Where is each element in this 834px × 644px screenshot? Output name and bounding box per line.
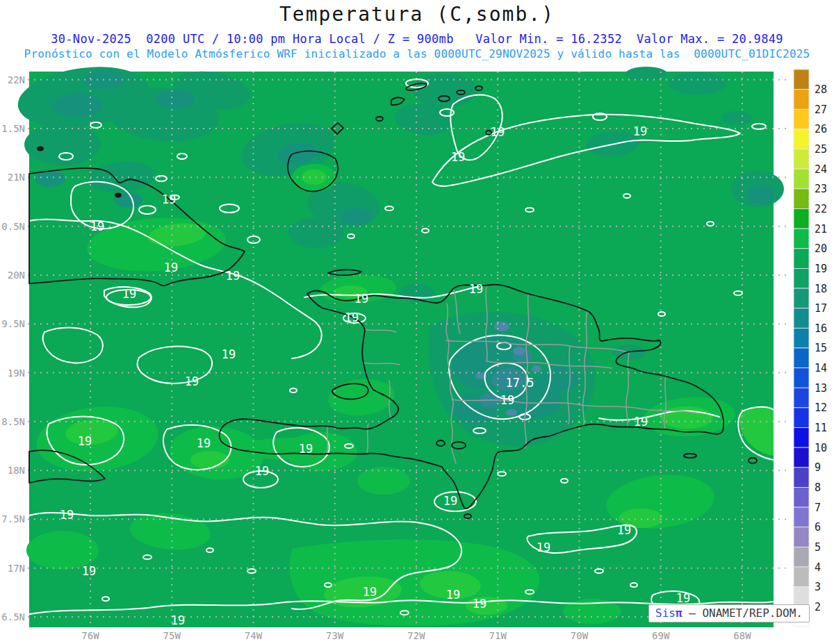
colorbar-cell — [794, 109, 809, 129]
isotherm-value-label: 19 — [171, 613, 185, 627]
y-axis-tick-label: 9.5N — [1, 318, 25, 329]
colorbar-tick-label: 19 — [815, 263, 827, 275]
colorbar: 2827262524232221201918171615141312111098… — [794, 69, 827, 627]
colorbar-tick-label: 25 — [815, 143, 827, 156]
colorbar-cell — [794, 169, 809, 189]
colorbar-cell — [794, 547, 809, 567]
colorbar-cell — [794, 487, 809, 507]
isotherm-value-label: 19 — [185, 374, 199, 388]
sispi-logo-sis: Sis — [655, 606, 676, 620]
isotherm-value-label: 19 — [634, 415, 648, 429]
x-axis-tick-label: 73W — [326, 630, 344, 641]
colorbar-tick-label: 3 — [815, 581, 821, 593]
isotherm-value-label: 19 — [90, 220, 104, 233]
colorbar-tick-label: 5 — [815, 541, 821, 554]
colorbar-cell — [794, 348, 809, 368]
colorbar-tick-label: 27 — [815, 104, 827, 116]
colorbar-tick-label: 24 — [815, 163, 827, 176]
branding-badge: Sisπ – ONAMET/REP.DOM. — [648, 604, 810, 622]
colorbar-cell — [794, 587, 809, 607]
isotherm-value-label: 17.5 — [506, 376, 534, 390]
colorbar-cell — [794, 229, 809, 249]
colorbar-tick-label: 21 — [815, 223, 827, 236]
y-axis-tick-label: 22N — [8, 74, 25, 85]
colorbar-cell — [794, 129, 809, 149]
colorbar-tick-label: 22 — [815, 203, 827, 215]
colorbar-cell — [794, 208, 809, 229]
y-axis-tick-label: 19N — [8, 368, 25, 379]
isotherm-value-label: 19 — [617, 523, 631, 537]
x-axis-tick-label: 76W — [81, 630, 99, 641]
isotherm-value-label: 19 — [473, 597, 486, 611]
colorbar-tick-label: 16 — [815, 322, 827, 335]
isotherm-value-label: 19 — [443, 494, 457, 508]
isotherm-value-label: 19 — [354, 292, 368, 306]
colorbar-cell — [794, 447, 809, 468]
colorbar-tick-label: 23 — [815, 183, 827, 195]
forecast-map: 19191919191919191919191919191919191917.5… — [0, 0, 834, 644]
x-axis-tick-label: 72W — [407, 630, 425, 641]
x-axis-tick-label: 69W — [652, 630, 670, 641]
colorbar-tick-label: 15 — [815, 342, 827, 354]
colorbar-cell — [794, 268, 809, 288]
colorbar-tick-label: 11 — [815, 422, 827, 434]
colorbar-tick-label: 17 — [815, 302, 827, 315]
colorbar-cell — [794, 69, 809, 90]
colorbar-tick-label: 28 — [815, 83, 827, 96]
colorbar-tick-label: 9 — [815, 461, 821, 474]
x-axis-tick-label: 74W — [245, 630, 263, 641]
isotherm-value-label: 19 — [469, 282, 483, 296]
isotherm-value-label: 19 — [633, 124, 647, 138]
isotherm-value-label: 19 — [78, 434, 92, 448]
colorbar-cell — [794, 507, 809, 527]
y-axis-tick-label: 7.5N — [1, 513, 25, 525]
x-axis-tick-label: 75W — [163, 630, 181, 641]
isotherm-value-label: 19 — [122, 287, 136, 301]
colorbar-cell — [794, 527, 809, 547]
colorbar-cell — [794, 468, 809, 488]
x-axis-tick-label: 68W — [733, 630, 751, 641]
colorbar-tick-label: 4 — [815, 561, 821, 574]
isotherm-value-label: 19 — [164, 261, 178, 274]
colorbar-tick-label: 14 — [815, 362, 827, 374]
colorbar-tick-label: 10 — [815, 442, 827, 454]
colorbar-cell — [794, 328, 809, 348]
branding-org-label: – ONAMET/REP.DOM. — [682, 606, 803, 620]
colorbar-cell — [794, 308, 809, 329]
isotherm-value-label: 19 — [345, 311, 359, 324]
colorbar-cell — [794, 428, 809, 448]
isotherm-value-label: 19 — [491, 125, 505, 139]
y-axis-tick-label: 18N — [8, 465, 25, 476]
isotherm-value-label: 19 — [255, 464, 269, 478]
colorbar-tick-label: 7 — [815, 502, 821, 514]
colorbar-cell — [794, 90, 809, 110]
isotherm-value-label: 19 — [222, 347, 236, 361]
colorbar-cell — [794, 149, 809, 170]
subtitle-forecast-validity: Pronóstico con el Modelo Atmósferico WRF… — [0, 47, 834, 60]
isotherm-value-label: 19 — [226, 269, 240, 283]
subtitle-model-run: 30-Nov-2025 0200 UTC / 10:00 pm Hora Loc… — [0, 32, 834, 46]
colorbar-tick-label: 13 — [815, 382, 827, 395]
y-axis-tick-label: 6.5N — [1, 611, 25, 622]
colorbar-tick-label: 20 — [815, 242, 827, 255]
colorbar-cell — [794, 408, 809, 428]
sispi-logo-pi-icon: π — [676, 606, 682, 620]
isotherm-value-label: 19 — [451, 150, 465, 164]
colorbar-cell — [794, 189, 809, 209]
isotherm-value-label: 19 — [82, 564, 96, 578]
colorbar-tick-label: 12 — [815, 402, 827, 414]
y-axis-tick-label: 0.5N — [1, 221, 25, 232]
isotherm-value-label: 19 — [197, 436, 211, 450]
colorbar-cell — [794, 567, 809, 587]
y-axis-tick-label: 17N — [8, 563, 25, 574]
y-axis-tick-label: 8.5N — [1, 416, 25, 427]
colorbar-cell — [794, 388, 809, 408]
isotherm-value-label: 19 — [299, 442, 313, 456]
colorbar-tick-label: 6 — [815, 521, 821, 534]
colorbar-cell — [794, 288, 809, 308]
isotherm-value-label: 19 — [500, 393, 514, 407]
isotherm-value-label: 19 — [162, 192, 176, 206]
page-title: Temperatura (C,somb.) — [0, 3, 834, 26]
isotherm-value-label: 19 — [537, 540, 550, 554]
y-axis-tick-label: 21N — [8, 172, 25, 183]
